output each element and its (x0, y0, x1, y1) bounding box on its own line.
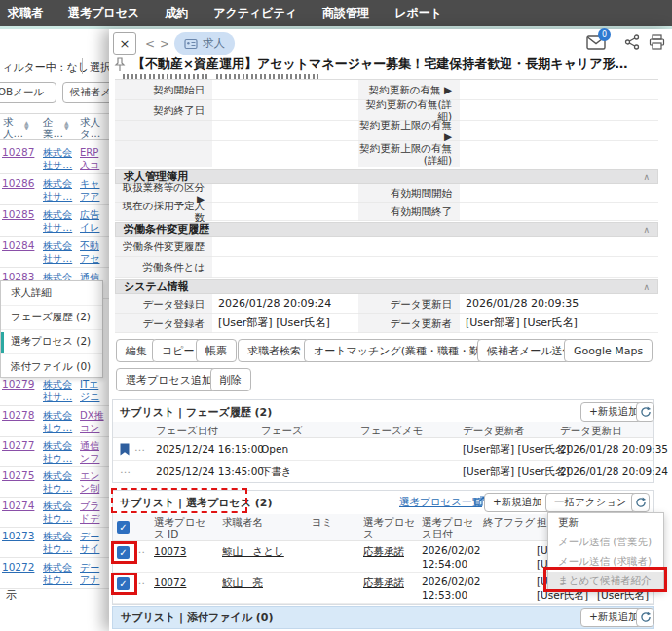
nav-item-deal-management[interactable]: 商談管理 (322, 5, 369, 21)
job-title-link[interactable]: デーアナ (80, 561, 109, 586)
bookmark-icon[interactable] (120, 443, 130, 456)
job-title-link[interactable]: DX推コン (80, 409, 109, 434)
job-row[interactable]: 10279 株式会社サ… ITエジニ (0, 376, 109, 406)
company-link[interactable]: 株式会社サ… (43, 208, 78, 234)
menu-item-mail-client[interactable]: メール送信 (営業先) (548, 533, 663, 552)
attach-refresh-button[interactable] (636, 608, 654, 627)
collapse-icon[interactable]: ∧ (643, 225, 650, 235)
job-row[interactable]: 10284 株式会社サ… 不動アセ (0, 238, 109, 268)
row-more-icon[interactable]: … (120, 464, 131, 476)
delete-button[interactable]: 削除 (210, 368, 251, 391)
company-link[interactable]: 株式会社ウ… (43, 561, 78, 586)
job-row[interactable]: 10272 株式会社ウ… デーアナ (0, 559, 109, 589)
job-title-link[interactable]: キャアア (80, 177, 109, 203)
process-refresh-button[interactable] (631, 493, 650, 512)
col-job-title[interactable]: 求人タ… (80, 116, 100, 139)
section-system[interactable]: システム情報∧ (115, 279, 658, 294)
job-id-link[interactable]: 10287 (2, 146, 34, 158)
collapse-icon[interactable]: ∧ (643, 172, 650, 182)
company-link[interactable]: 株式会社サ… (43, 378, 78, 403)
edit-button[interactable]: 編集 (116, 339, 157, 362)
nav-item-activity[interactable]: アクティビティ (213, 5, 297, 21)
company-link[interactable]: 株式会社ウ… (43, 530, 78, 555)
job-id-link[interactable]: 10277 (2, 439, 34, 451)
process-add-button[interactable]: +新規追加 (484, 493, 551, 512)
job-title-link[interactable]: ブラドデ (80, 500, 109, 525)
nav-item-contract[interactable]: 成約 (165, 5, 188, 21)
job-row[interactable]: 10278 株式会社ウ… DX推コン (0, 407, 109, 437)
job-title-link[interactable]: ERP入コ (80, 146, 109, 171)
job-row[interactable]: 10287 株式会社サ… ERP入コ (0, 144, 109, 174)
phase-row[interactable]: … 2025/12/24 13:45:00 下書き [User部署] [User… (113, 461, 653, 482)
job-row[interactable]: 10286 株式会社サ… キャアア (0, 175, 109, 205)
process-status-link[interactable]: 応募承諾 (363, 545, 404, 559)
col-job-id[interactable]: 求人… (3, 116, 23, 139)
job-title-link[interactable]: ITエジニ (80, 378, 109, 403)
menu-item-update[interactable]: 更新 (548, 513, 663, 533)
job-id-link[interactable]: 10286 (2, 177, 34, 189)
share-icon[interactable] (624, 34, 640, 50)
phase-row[interactable]: … 2025/12/24 16:15:00 Open [User部署] [Use… (113, 438, 653, 461)
jobseeker-name-link[interactable]: 鯨山 さとし (222, 545, 284, 559)
record-type-tab[interactable]: 求人 (174, 32, 235, 55)
menu-item-bulk-candidate-intro[interactable]: まとめて候補者紹介 (548, 572, 663, 591)
job-title-link[interactable]: 広告イレ (80, 208, 109, 234)
job-id-link[interactable]: 10274 (2, 500, 34, 511)
sort-icon[interactable]: ▲▼ (64, 120, 69, 130)
company-link[interactable]: 株式会社ウ… (43, 409, 78, 434)
nav-item-report[interactable]: レポート (394, 5, 442, 21)
report-button[interactable]: 帳票 (196, 339, 237, 362)
row-more-icon[interactable]: … (134, 575, 146, 587)
job-title-link[interactable]: 不動アセ (80, 240, 109, 265)
job-title-link[interactable]: デーサイ (80, 530, 109, 555)
job-row[interactable]: 10285 株式会社サ… 広告イレ (0, 206, 109, 237)
jobseeker-search-button[interactable]: 求職者検索 (238, 339, 311, 362)
row-more-icon[interactable]: … (134, 441, 146, 454)
record-nav-detail[interactable]: 求人詳細 (1, 281, 102, 306)
job-id-link[interactable]: 10284 (2, 240, 34, 251)
row-checkbox[interactable]: ✓ (117, 577, 130, 590)
job-row[interactable]: 10275 株式会社ウ… エンン制 (0, 467, 109, 498)
add-selection-process-button[interactable]: 選考プロセス追加 (116, 368, 222, 391)
google-maps-button[interactable]: Google Maps (564, 339, 653, 362)
back-icon[interactable]: < (145, 37, 155, 51)
sort-icon[interactable]: ▲▼ (24, 120, 29, 130)
nav-item-selection-process[interactable]: 選考プロセス (68, 5, 139, 21)
job-row[interactable]: 10277 株式会社ウ… 通信ンフ (0, 437, 109, 467)
job-row[interactable]: 10274 株式会社ウ… ブラドデ (0, 498, 109, 528)
company-link[interactable]: 株式会社サ… (43, 146, 78, 171)
selection-process-list-link[interactable]: 選考プロセス一覧 (399, 496, 482, 509)
row-more-icon[interactable]: … (134, 543, 146, 556)
record-nav-attachments[interactable]: 添付ファイル (0) (1, 354, 102, 379)
select-all-checkbox[interactable]: ✓ (117, 521, 130, 534)
collapse-icon[interactable]: ∧ (643, 282, 650, 292)
job-row[interactable]: 10273 株式会社ウ… デーサイ (0, 528, 109, 558)
process-status-link[interactable]: 応募承諾 (363, 576, 404, 590)
company-link[interactable]: 株式会社ウ… (43, 500, 78, 525)
section-roudou[interactable]: 労働条件変更履歴∧ (115, 222, 658, 237)
company-link[interactable]: 株式会社サ… (43, 240, 78, 265)
menu-item-mail-jobseeker[interactable]: メール送信 (求職者) (548, 552, 663, 572)
record-nav-phase-history[interactable]: フェーズ履歴 (2) (1, 306, 102, 330)
job-id-link[interactable]: 10275 (2, 469, 34, 481)
nav-item-jobseeker[interactable]: 求職者 (8, 5, 43, 21)
job-mail-button[interactable]: JOBメール (0, 82, 56, 103)
print-icon[interactable] (649, 34, 665, 50)
job-id-link[interactable]: 10285 (2, 208, 34, 220)
process-id-link[interactable]: 10072 (154, 576, 186, 588)
pin-icon[interactable] (114, 57, 126, 72)
close-button[interactable]: × (113, 32, 136, 55)
company-link[interactable]: 株式会社ウ… (43, 439, 78, 464)
col-company[interactable]: 企業… (43, 116, 63, 139)
record-nav-selection-process[interactable]: 選考プロセス (2) (1, 330, 102, 354)
job-id-link[interactable]: 10278 (2, 409, 34, 421)
phase-refresh-button[interactable] (636, 402, 654, 422)
jobseeker-name-link[interactable]: 鮫山 亮 (222, 576, 263, 590)
select-label[interactable]: 選択 (90, 60, 111, 75)
process-id-link[interactable]: 10073 (154, 545, 186, 557)
job-title-link[interactable]: エンン制 (80, 469, 109, 495)
job-id-link[interactable]: 10279 (2, 378, 34, 390)
forward-icon[interactable]: > (160, 37, 169, 51)
company-link[interactable]: 株式会社ウ… (43, 469, 78, 495)
row-checkbox[interactable]: ✓ (117, 546, 130, 559)
